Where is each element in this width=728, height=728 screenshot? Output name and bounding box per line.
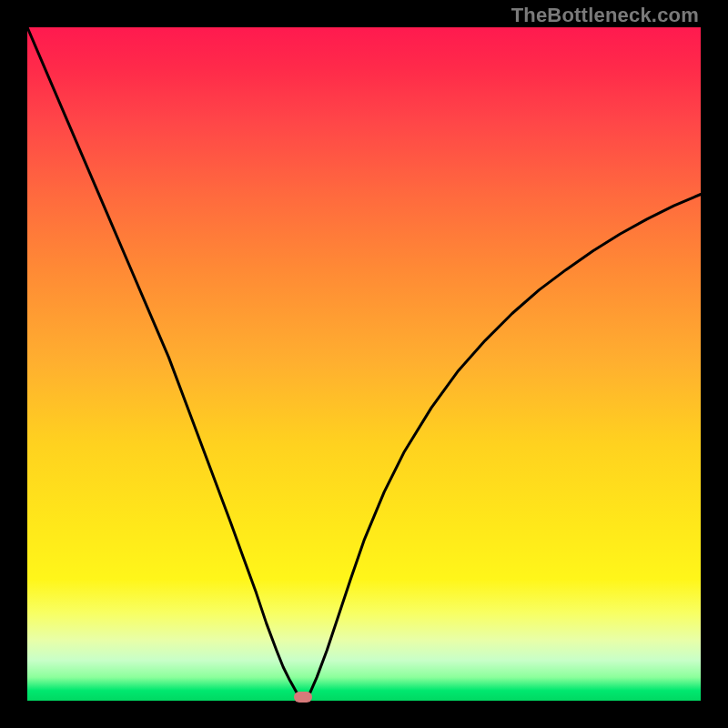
chart-frame: TheBottleneck.com [0,0,728,728]
watermark-text: TheBottleneck.com [511,4,699,27]
plot-area [27,27,701,701]
optimum-marker [294,692,312,703]
bottleneck-curve [27,27,701,701]
